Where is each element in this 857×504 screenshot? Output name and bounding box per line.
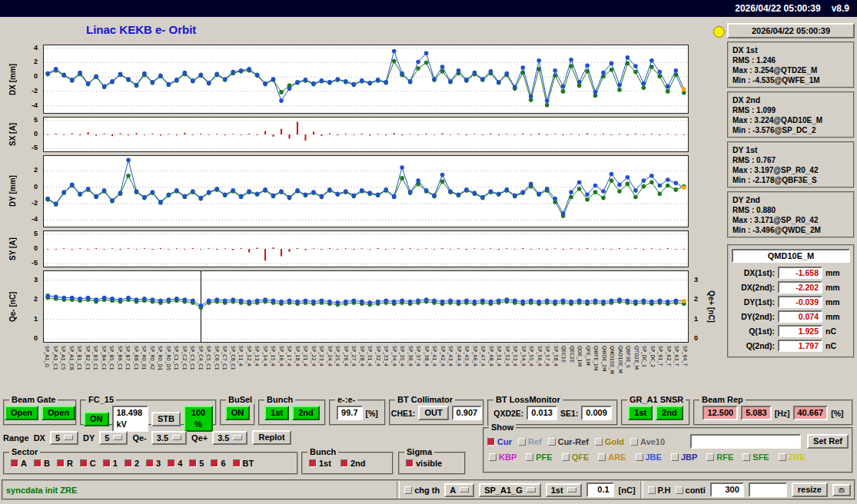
checkbox-box[interactable] [595,438,603,446]
checkbox-box[interactable] [518,438,526,446]
fc15-stb-button[interactable]: STB [151,412,181,426]
range-dx-select[interactable]: 5 [50,431,78,445]
gr-snsr-1st-button[interactable]: 1st [628,406,653,420]
threshold-entry[interactable]: 0.1 [586,482,614,497]
checkbox-box[interactable] [562,453,570,461]
checkbox-box[interactable] [636,453,643,461]
checkbox-box[interactable] [671,453,679,461]
region-checkbox-sfe[interactable]: SFE [742,453,769,462]
checkbox-box[interactable] [526,453,533,461]
ee-ratio-value-field[interactable]: 99.7 [337,406,362,420]
checkbox-box[interactable] [598,453,606,461]
mode-select[interactable]: A [444,483,474,497]
show-checkbox-cur-ref[interactable]: Cur-Ref [548,437,589,446]
gr-snsr-2nd-button[interactable]: 2nd [656,406,683,420]
beam-gate-open-button-2[interactable]: Open [42,406,75,420]
ref-name-entry[interactable] [690,434,801,449]
show-checkbox-cur[interactable]: Cur [487,437,512,446]
checkbox-box[interactable] [211,459,218,467]
checkbox-box[interactable] [80,459,88,467]
region-checkbox-jbe[interactable]: JBE [636,453,662,462]
checkbox-box[interactable] [125,459,132,467]
checkbox-box[interactable] [487,438,495,446]
sigma-checkbox-visible[interactable]: visible [406,459,442,468]
bunch-checkbox-2nd[interactable]: 2nd [340,459,366,468]
che1-value-field[interactable]: 0.907 [452,406,483,420]
checkbox-box[interactable] [742,453,750,461]
bunch-checkbox-1st[interactable]: 1st [309,459,331,468]
beam-gate-open-button-1[interactable]: Open [5,406,38,420]
sector-checkbox-4[interactable]: 4 [168,459,182,468]
region-checkbox-zre[interactable]: ZRE [779,453,806,462]
checkbox-box[interactable] [168,459,175,467]
region-checkbox-rfe[interactable]: RFE [706,453,733,462]
ph-checkbox[interactable]: P.H [648,486,671,495]
checkbox-box[interactable] [103,459,111,467]
show-checkbox-ref[interactable]: Ref [518,437,542,446]
range-qem-select[interactable]: 3.5 [151,431,187,445]
bpm-name-label: SP_31_4 [367,346,372,392]
checkbox-box[interactable] [404,486,412,494]
checkbox-box[interactable] [406,459,414,467]
region-checkbox-qfe[interactable]: QFE [562,453,590,462]
sector-checkbox-r[interactable]: R [57,459,73,468]
sector-checkbox-c[interactable]: C [80,459,96,468]
checkbox-box[interactable] [706,453,714,461]
bunch-select[interactable]: 1st [546,483,582,497]
che1-state-button[interactable]: OUT [418,406,448,420]
set-ref-button[interactable]: Set Ref [807,434,849,449]
fc15-percent-button[interactable]: 100 % [184,406,213,432]
checkbox-box[interactable] [548,438,556,446]
bpm-name-label: SP_41_4 [431,346,437,392]
bpm-name-label: SP_14_4 [262,346,267,392]
checkbox-box[interactable] [676,486,683,494]
chg-th-checkbox[interactable]: chg th [404,486,440,495]
device-select[interactable]: SP_A1_G [479,483,541,497]
range-qep-select[interactable]: 3.5 [212,431,247,445]
bunch-panel-label: Bunch [264,395,295,404]
qxd2e-value-field[interactable]: 0.013 [526,406,557,420]
se1-value-field[interactable]: 0.009 [581,406,612,420]
sector-checkbox-bt[interactable]: BT [233,459,254,468]
screenshot-button[interactable] [832,484,851,496]
region-checkbox-are[interactable]: ARE [598,453,626,462]
checkbox-box[interactable] [11,459,18,467]
sector-checkbox-1[interactable]: 1 [103,459,118,468]
bunch-2nd-button[interactable]: 2nd [292,406,320,420]
sector-checkbox-5[interactable]: 5 [189,459,204,468]
checkbox-box[interactable] [146,459,154,467]
checkbox-box[interactable] [489,453,497,461]
region-checkbox-kbp[interactable]: KBP [489,453,517,462]
sector-checkbox-b[interactable]: B [34,459,50,468]
checkbox-box[interactable] [309,459,317,467]
fc15-on-button[interactable]: ON [84,412,109,426]
checkbox-box[interactable] [630,438,638,446]
region-checkbox-pfe[interactable]: PFE [526,453,552,462]
show-checkbox-gold[interactable]: Gold [595,437,624,446]
axis-tick-label: 1 [694,315,698,323]
blank-entry[interactable] [749,482,787,497]
checkbox-box[interactable] [34,459,42,467]
interval-entry[interactable]: 300 [710,482,744,497]
range-dy-select[interactable]: 5 [99,431,128,445]
checkbox-box[interactable] [340,459,348,467]
busel-on-button[interactable]: ON [225,406,251,420]
sector-checkbox-6[interactable]: 6 [211,459,225,468]
show-checkbox-ave10[interactable]: Ave10 [630,437,665,446]
replot-button[interactable]: Replot [252,430,291,445]
checkbox-box[interactable] [779,453,786,461]
checkbox-box[interactable] [233,459,241,467]
bunch-1st-button[interactable]: 1st [264,406,289,420]
conti-checkbox[interactable]: conti [676,486,706,495]
sector-checkbox-3[interactable]: 3 [146,459,161,468]
checkbox-box[interactable] [648,486,656,494]
sector-checkbox-a[interactable]: A [11,459,27,468]
bpm-name-label: SP_62_T [666,346,671,392]
checkbox-box[interactable] [57,459,65,467]
checkbox-box[interactable] [189,459,197,467]
sector-checkbox-2[interactable]: 2 [125,459,139,468]
bpm-name-label: SP_52_4 [504,346,510,392]
fc15-kv-field[interactable]: 18.498 kV [112,406,148,432]
region-checkbox-jbp[interactable]: JBP [671,453,697,462]
resize-button[interactable]: resize [792,482,828,497]
